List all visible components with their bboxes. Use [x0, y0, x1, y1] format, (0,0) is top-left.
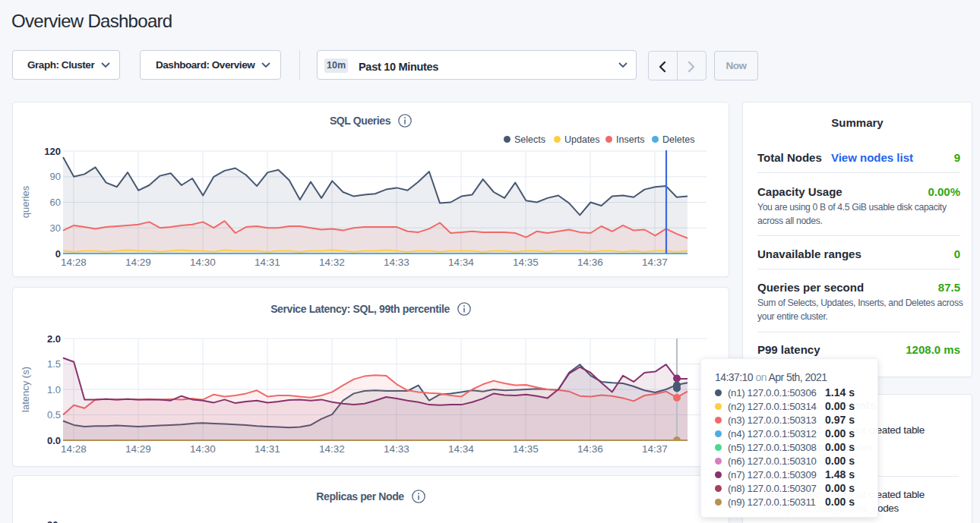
svg-text:14:30: 14:30: [190, 257, 216, 268]
svg-text:14:31: 14:31: [254, 443, 280, 455]
svg-text:14:35: 14:35: [513, 443, 539, 455]
svg-text:14:37: 14:37: [642, 443, 668, 455]
svg-text:14:31: 14:31: [254, 257, 280, 268]
svg-text:14:35: 14:35: [513, 257, 539, 268]
svg-text:90: 90: [50, 171, 61, 182]
svg-text:0: 0: [55, 248, 61, 260]
svg-text:14:29: 14:29: [125, 257, 151, 268]
svg-text:2.0: 2.0: [47, 333, 61, 345]
svg-text:14:30: 14:30: [190, 443, 216, 455]
svg-text:14:33: 14:33: [384, 257, 409, 268]
svg-text:latency (s): latency (s): [20, 367, 31, 412]
svg-text:14:36: 14:36: [577, 257, 603, 268]
svg-text:14:36: 14:36: [577, 443, 603, 455]
svg-text:0.0: 0.0: [47, 435, 61, 446]
svg-text:14:32: 14:32: [319, 257, 345, 268]
svg-text:0.5: 0.5: [47, 409, 61, 421]
svg-text:30: 30: [50, 222, 61, 234]
svg-text:14:28: 14:28: [61, 443, 87, 455]
svg-text:14:29: 14:29: [125, 443, 151, 455]
svg-text:14:37: 14:37: [642, 257, 668, 268]
svg-text:14:28: 14:28: [61, 257, 87, 268]
svg-text:60: 60: [50, 197, 61, 208]
svg-text:120: 120: [44, 146, 61, 157]
svg-text:14:33: 14:33: [384, 443, 409, 455]
svg-text:1.5: 1.5: [47, 358, 61, 370]
svg-text:14:34: 14:34: [448, 257, 474, 268]
svg-text:14:34: 14:34: [448, 443, 474, 455]
svg-text:1.0: 1.0: [47, 384, 61, 395]
svg-text:queries: queries: [20, 185, 31, 218]
svg-text:14:32: 14:32: [319, 443, 345, 455]
